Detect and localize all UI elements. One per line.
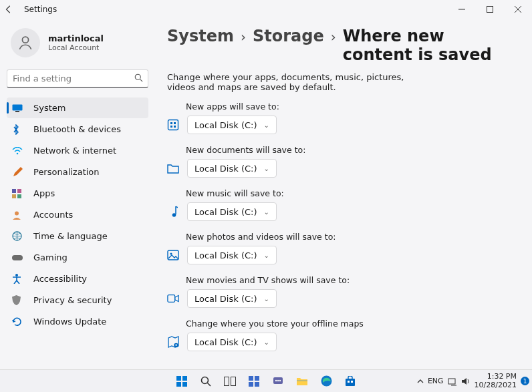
chevron-right-icon: › — [241, 29, 246, 45]
clock[interactable]: 1:32 PM 10/28/2021 — [475, 373, 517, 389]
setting-documents: New documents will save to: Local Disk (… — [167, 145, 519, 178]
nav-label: Windows Update — [33, 317, 106, 327]
svg-rect-18 — [174, 122, 176, 124]
apps-location-dropdown[interactable]: Local Disk (C:) ⌄ — [187, 116, 277, 134]
document-icon — [167, 162, 179, 174]
maximize-button[interactable] — [476, 0, 504, 19]
back-button[interactable] — [4, 5, 20, 14]
start-button[interactable] — [171, 371, 192, 391]
task-view-button[interactable] — [219, 371, 241, 391]
crumb-storage[interactable]: Storage — [253, 27, 324, 45]
svg-rect-19 — [170, 126, 172, 128]
dropdown-value: Local Disk (C:) — [194, 337, 257, 347]
setting-label: New music will save to: — [186, 188, 519, 198]
nav-label: Network & internet — [33, 146, 116, 156]
nav-privacy[interactable]: Privacy & security — [7, 290, 148, 311]
nav-label: Gaming — [33, 252, 68, 262]
explorer-button[interactable] — [291, 371, 313, 391]
svg-rect-22 — [168, 250, 178, 260]
setting-label: New apps will save to: — [186, 102, 519, 112]
date: 10/28/2021 — [475, 381, 517, 390]
maps-location-dropdown[interactable]: Local Disk (C:) ⌄ — [187, 333, 277, 351]
svg-rect-9 — [17, 189, 21, 193]
taskbar: ENG 1:32 PM 10/28/2021 1 — [0, 369, 532, 392]
volume-tray-icon[interactable] — [461, 377, 471, 386]
setting-label: New photos and videos will save to: — [186, 232, 519, 242]
setting-label: Change where you store your offline maps — [186, 319, 519, 329]
main-content: System › Storage › Where new content is … — [155, 21, 532, 369]
chevron-down-icon: ⌄ — [263, 122, 269, 129]
photos-location-dropdown[interactable]: Local Disk (C:) ⌄ — [187, 246, 277, 264]
chevron-down-icon: ⌄ — [263, 295, 269, 303]
network-tray-icon[interactable] — [448, 377, 457, 386]
setting-maps: Change where you store your offline maps… — [167, 319, 519, 351]
person-icon — [12, 210, 24, 220]
nav-label: Privacy & security — [33, 295, 112, 305]
setting-label: New movies and TV shows will save to: — [186, 275, 519, 285]
sidebar: martinlocal Local Account System Bluetoo… — [0, 21, 155, 369]
nav-label: Personalization — [33, 167, 100, 177]
setting-movies: New movies and TV shows will save to: Lo… — [167, 275, 519, 308]
svg-rect-6 — [15, 111, 19, 112]
video-icon — [167, 292, 179, 305]
edge-button[interactable] — [315, 371, 337, 391]
chevron-down-icon: ⌄ — [263, 339, 269, 346]
tray-chevron-icon[interactable] — [417, 378, 424, 385]
nav-label: System — [33, 103, 65, 113]
map-icon — [167, 336, 179, 348]
svg-rect-14 — [12, 255, 23, 260]
wifi-icon — [12, 147, 24, 155]
nav-label: Accounts — [33, 210, 73, 220]
svg-rect-26 — [176, 376, 181, 381]
nav-bluetooth[interactable]: Bluetooth & devices — [7, 119, 148, 140]
chevron-down-icon: ⌄ — [263, 252, 269, 259]
svg-rect-8 — [12, 189, 16, 193]
nav-update[interactable]: Windows Update — [7, 311, 148, 332]
svg-rect-34 — [249, 376, 253, 381]
chat-button[interactable] — [267, 371, 289, 391]
movies-location-dropdown[interactable]: Local Disk (C:) ⌄ — [187, 289, 277, 308]
nav-label: Apps — [33, 188, 55, 198]
dropdown-value: Local Disk (C:) — [194, 120, 257, 130]
svg-point-41 — [279, 379, 281, 381]
nav-apps[interactable]: Apps — [7, 183, 148, 204]
svg-rect-37 — [255, 382, 259, 387]
nav-system[interactable]: System — [7, 97, 148, 118]
close-button[interactable] — [504, 0, 532, 19]
crumb-system[interactable]: System — [167, 27, 234, 45]
search-input[interactable] — [7, 69, 148, 88]
nav-gaming[interactable]: Gaming — [7, 247, 148, 268]
setting-photos: New photos and videos will save to: Loca… — [167, 232, 519, 264]
music-location-dropdown[interactable]: Local Disk (C:) ⌄ — [187, 202, 277, 221]
avatar — [11, 28, 40, 57]
user-block[interactable]: martinlocal Local Account — [7, 21, 148, 69]
nav-accessibility[interactable]: Accessibility — [7, 268, 148, 289]
svg-rect-47 — [448, 379, 455, 384]
chevron-down-icon: ⌄ — [263, 208, 269, 216]
svg-rect-35 — [255, 376, 259, 381]
svg-rect-32 — [225, 377, 229, 385]
nav-personalization[interactable]: Personalization — [7, 162, 148, 182]
time: 1:32 PM — [475, 373, 517, 381]
brush-icon — [12, 167, 24, 178]
page-description: Change where your apps, documents, music… — [167, 72, 408, 92]
store-button[interactable] — [340, 371, 361, 391]
svg-rect-20 — [174, 126, 176, 128]
svg-line-4 — [140, 79, 143, 82]
documents-location-dropdown[interactable]: Local Disk (C:) ⌄ — [187, 159, 277, 178]
svg-rect-29 — [182, 382, 187, 387]
svg-rect-17 — [170, 122, 172, 124]
nav-accounts[interactable]: Accounts — [7, 204, 148, 225]
widgets-button[interactable] — [243, 371, 265, 391]
nav-time[interactable]: Time & language — [7, 226, 148, 246]
dropdown-value: Local Disk (C:) — [194, 294, 257, 304]
display-icon — [12, 104, 24, 112]
svg-rect-44 — [346, 379, 355, 386]
nav-network[interactable]: Network & internet — [7, 140, 148, 161]
taskbar-search-button[interactable] — [195, 371, 217, 391]
nav-label: Time & language — [33, 231, 108, 241]
language-indicator[interactable]: ENG — [428, 377, 444, 385]
svg-rect-28 — [176, 382, 181, 387]
minimize-button[interactable] — [448, 0, 476, 19]
notification-badge[interactable]: 1 — [521, 377, 529, 385]
